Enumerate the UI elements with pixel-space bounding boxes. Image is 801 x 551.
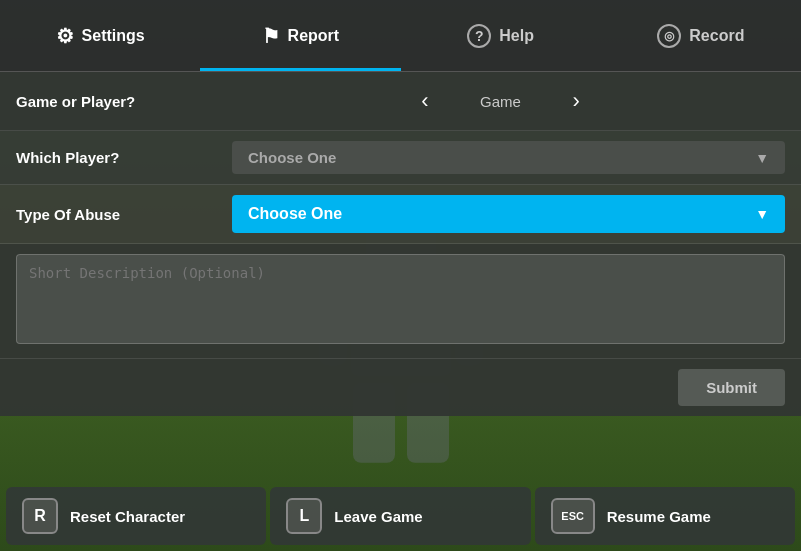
- record-label: Record: [689, 27, 744, 45]
- leave-key: L: [299, 507, 309, 525]
- nav-record[interactable]: ◎ Record: [601, 0, 801, 71]
- help-icon: ?: [467, 24, 491, 48]
- reset-character-button[interactable]: R Reset Character: [6, 487, 266, 545]
- reset-label: Reset Character: [70, 508, 185, 525]
- help-label: Help: [499, 27, 534, 45]
- which-player-value: Choose One: [248, 149, 336, 166]
- description-input[interactable]: [16, 254, 785, 344]
- leave-label: Leave Game: [334, 508, 422, 525]
- abuse-type-row: Type Of Abuse Choose One ▼: [0, 185, 801, 244]
- report-panel: Game or Player? ‹ Game › Which Player? C…: [0, 72, 801, 416]
- abuse-type-value: Choose One: [248, 205, 342, 223]
- leave-game-button[interactable]: L Leave Game: [270, 487, 530, 545]
- resume-label: Resume Game: [607, 508, 711, 525]
- settings-icon: ⚙: [56, 24, 74, 48]
- settings-label: Settings: [82, 27, 145, 45]
- abuse-type-label: Type Of Abuse: [16, 206, 216, 223]
- report-icon: ⚑: [262, 24, 280, 48]
- nav-settings[interactable]: ⚙ Settings: [0, 0, 200, 71]
- reset-key: R: [34, 507, 46, 525]
- which-player-row: Which Player? Choose One ▼: [0, 131, 801, 185]
- nav-report[interactable]: ⚑ Report: [200, 0, 400, 71]
- game-player-controls: ‹ Game ›: [216, 84, 785, 118]
- game-player-row: Game or Player? ‹ Game ›: [0, 72, 801, 131]
- abuse-type-dropdown[interactable]: Choose One ▼: [232, 195, 785, 233]
- abuse-type-arrow-icon: ▼: [755, 206, 769, 222]
- report-label: Report: [288, 27, 340, 45]
- which-player-arrow-icon: ▼: [755, 150, 769, 166]
- leave-key-box: L: [286, 498, 322, 534]
- resume-key-box: ESC: [551, 498, 595, 534]
- resume-game-button[interactable]: ESC Resume Game: [535, 487, 795, 545]
- nav-help[interactable]: ? Help: [401, 0, 601, 71]
- reset-key-box: R: [22, 498, 58, 534]
- game-player-label: Game or Player?: [16, 93, 216, 110]
- record-icon: ◎: [657, 24, 681, 48]
- which-player-dropdown[interactable]: Choose One ▼: [232, 141, 785, 174]
- description-area: [0, 244, 801, 359]
- game-player-value: Game: [461, 93, 541, 110]
- bottom-bar: R Reset Character L Leave Game ESC Resum…: [0, 481, 801, 551]
- submit-row: Submit: [0, 359, 801, 416]
- which-player-label: Which Player?: [16, 149, 216, 166]
- next-arrow-button[interactable]: ›: [565, 84, 588, 118]
- top-navigation: ⚙ Settings ⚑ Report ? Help ◎ Record: [0, 0, 801, 72]
- submit-button[interactable]: Submit: [678, 369, 785, 406]
- prev-arrow-button[interactable]: ‹: [413, 84, 436, 118]
- resume-key: ESC: [561, 510, 584, 522]
